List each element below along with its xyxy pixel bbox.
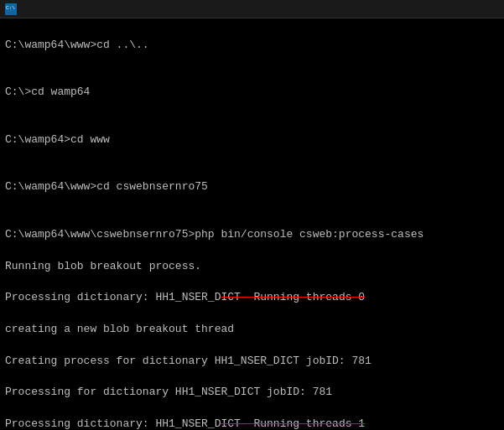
terminal-line: Processing dictionary: HH1_NSER_DICT- Ru…: [5, 417, 499, 430]
terminal-line: Creating process for dictionary HH1_NSER…: [5, 354, 499, 370]
terminal-line: C:\wamp64>cd www: [5, 132, 499, 148]
terminal-line: Processing for dictionary HH1_NSER_DICT …: [5, 385, 499, 401]
terminal-line: C:\>cd wamp64: [5, 85, 499, 101]
terminal-line: C:\wamp64\www\cswebnsernro75>php bin/con…: [5, 227, 499, 243]
terminal-line: C:\wamp64\www>cd cswebnsernro75: [5, 179, 499, 195]
terminal-line: Running blob breakout process.: [5, 259, 499, 275]
terminal-line: C:\wamp64\www>cd ..\..: [5, 38, 499, 54]
terminal-line: creating a new blob breakout thread: [5, 322, 499, 338]
terminal-line: Processing dictionary: HH1_NSER_DICT- Ru…: [5, 290, 499, 306]
cmd-icon: [5, 3, 17, 15]
title-bar: [0, 0, 504, 18]
terminal[interactable]: C:\wamp64\www>cd ..\.. C:\>cd wamp64 C:\…: [0, 18, 504, 430]
